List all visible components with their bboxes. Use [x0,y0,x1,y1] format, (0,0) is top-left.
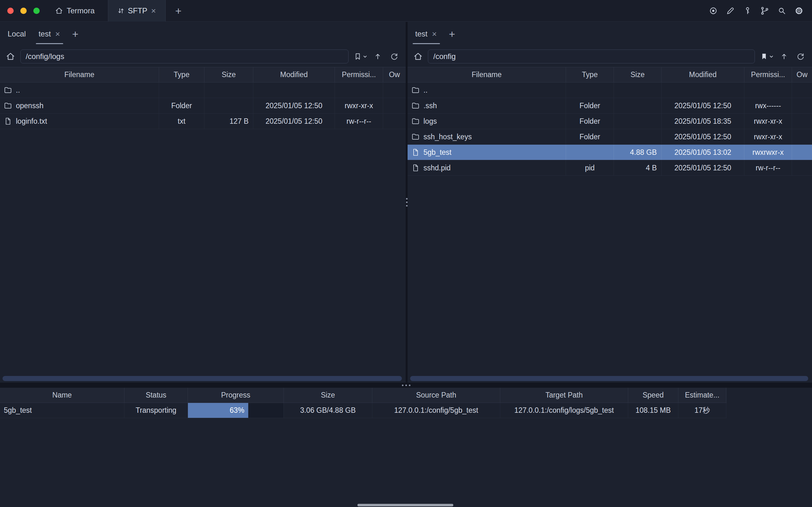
refresh-button[interactable] [388,51,400,62]
folder-icon [4,86,12,94]
column-header-speed[interactable]: Speed [628,388,679,403]
remote-panel: test × + Filename Type Size Modified Per… [408,22,812,383]
horizontal-scrollbar[interactable] [410,376,808,381]
filename-text: ssh_host_keys [424,133,472,141]
refresh-button[interactable] [795,51,806,62]
git-branch-icon[interactable] [760,6,769,15]
parent-directory-button[interactable] [372,51,383,62]
column-header-filename[interactable]: Filename [0,67,159,82]
cell-type [566,82,614,98]
column-header-size[interactable]: Size [205,67,253,82]
cell-size [205,98,253,113]
home-icon[interactable] [6,52,15,61]
horizontal-scrollbar[interactable] [3,376,402,381]
cell-filename: openssh [0,98,159,113]
column-header-size[interactable]: Size [284,388,372,403]
zoom-window-button[interactable] [33,8,40,14]
tab-test-label: test [39,30,51,38]
file-row-sshd-pid[interactable]: sshd.pid pid 4 B 2025/01/05 12:50 rw-r--… [408,160,812,176]
close-window-button[interactable] [7,8,14,14]
key-icon[interactable] [743,6,752,15]
cell-type [566,145,614,160]
new-tab-button[interactable]: + [172,5,185,16]
folder-icon [412,133,420,141]
cell-filename: .. [408,82,566,98]
app-tab-termora[interactable]: Termora [55,6,95,15]
filename-text: loginfo.txt [16,117,47,126]
window-horizontal-scrollbar[interactable] [0,503,812,507]
cell-owner [383,114,406,129]
column-header-modified[interactable]: Modified [661,67,744,82]
search-icon[interactable] [777,6,787,15]
cell-type: txt [159,114,205,129]
column-header-estimate[interactable]: Estimate... [679,388,726,403]
cell-type: pid [566,160,614,175]
titlebar-actions [708,6,804,15]
cell-size: 4.88 GB [614,145,661,160]
column-header-name[interactable]: Name [0,388,124,403]
column-header-modified[interactable]: Modified [253,67,335,82]
column-header-progress[interactable]: Progress [188,388,284,403]
filename-text: logs [424,117,437,126]
transfer-arrows-icon [117,7,125,15]
edit-icon[interactable] [726,6,735,15]
settings-gear-icon[interactable] [794,6,804,15]
cell-transfer-size: 3.06 GB/4.88 GB [284,403,372,418]
file-row-parent[interactable]: .. [0,82,406,98]
tab-sftp[interactable]: SFTP × [108,0,166,21]
transfer-row[interactable]: 5gb_test Transporting 63% 3.06 GB/4.88 G… [0,403,726,418]
column-header-permissions[interactable]: Permissi... [335,67,383,82]
tab-close-icon[interactable]: × [431,30,437,38]
column-header-source-path[interactable]: Source Path [372,388,500,403]
scrollbar-thumb[interactable] [3,376,402,381]
column-header-filename[interactable]: Filename [408,67,566,82]
file-row-logs[interactable]: logs Folder 2025/01/05 18:35 rwxr-xr-x [408,114,812,129]
column-header-owner[interactable]: Ow [383,67,406,82]
tab-local[interactable]: Local [1,22,32,46]
cell-permissions: rw-r--r-- [335,114,383,129]
tab-close-icon[interactable]: × [55,30,61,38]
file-row-ssh[interactable]: .ssh Folder 2025/01/05 12:50 rwx------ [408,98,812,114]
column-header-target-path[interactable]: Target Path [500,388,628,403]
tab-test-left[interactable]: test × [32,22,67,46]
chevron-down-icon [363,55,367,58]
file-icon [412,148,420,156]
file-row-ssh-host-keys[interactable]: ssh_host_keys Folder 2025/01/05 12:50 rw… [408,129,812,145]
column-header-type[interactable]: Type [566,67,614,82]
minimize-window-button[interactable] [20,8,27,14]
cell-modified: 2025/01/05 18:35 [661,114,744,129]
cell-modified: 2025/01/05 12:50 [661,98,744,113]
file-row-loginfo[interactable]: loginfo.txt txt 127 B 2025/01/05 12:50 r… [0,114,406,129]
filename-text: .ssh [424,102,437,110]
scrollbar-thumb[interactable] [410,376,808,381]
file-row-parent[interactable]: .. [408,82,812,98]
cell-owner [383,82,406,98]
cell-permissions [335,82,383,98]
path-input[interactable] [428,50,755,63]
tab-local-label: Local [8,30,26,38]
path-input[interactable] [20,50,348,63]
add-panel-tab-button[interactable]: + [67,22,84,46]
bookmark-button[interactable] [354,52,367,61]
folder-icon [412,86,420,94]
scrollbar-thumb[interactable] [358,504,453,506]
bookmark-button[interactable] [760,52,773,61]
progress-label: 63% [230,406,245,415]
add-panel-tab-button[interactable]: + [444,22,460,46]
home-icon[interactable] [413,52,423,61]
file-row-openssh[interactable]: openssh Folder 2025/01/05 12:50 rwxr-xr-… [0,98,406,114]
column-header-owner[interactable]: Ow [792,67,812,82]
column-header-permissions[interactable]: Permissi... [744,67,792,82]
column-header-type[interactable]: Type [159,67,205,82]
right-table-header: Filename Type Size Modified Permissi... … [408,67,812,82]
cell-modified: 2025/01/05 13:02 [661,145,744,160]
panel-splitter-horizontal[interactable] [0,383,812,388]
parent-directory-button[interactable] [778,51,790,62]
column-header-size[interactable]: Size [614,67,661,82]
sftp-tab-close-icon[interactable]: × [151,7,157,15]
tab-test-right[interactable]: test × [409,22,444,46]
cell-modified: 2025/01/05 12:50 [253,114,335,129]
record-icon[interactable] [708,6,718,15]
file-row-5gb-test-selected[interactable]: 5gb_test 4.88 GB 2025/01/05 13:02 rwxrwx… [408,145,812,160]
column-header-status[interactable]: Status [124,388,188,403]
